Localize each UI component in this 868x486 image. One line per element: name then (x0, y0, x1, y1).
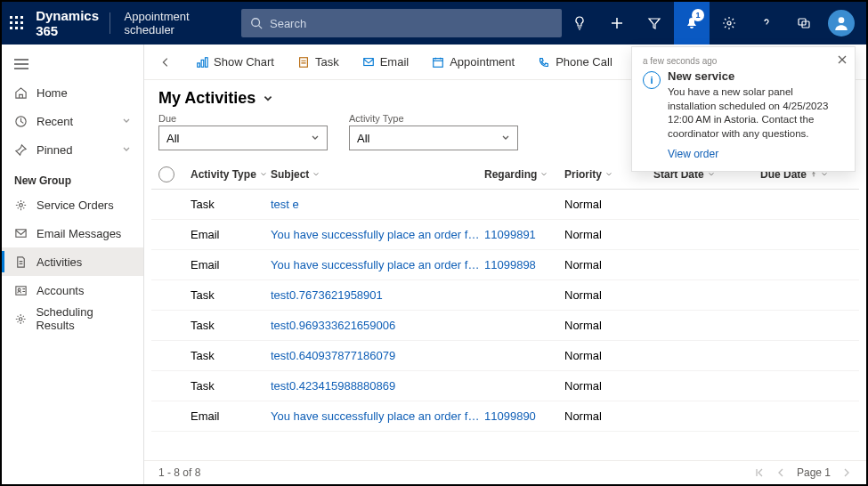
cell-activity-type: Task (191, 319, 271, 332)
account-button[interactable] (823, 2, 859, 45)
main-area: Show Chart Task Email Appointment Phone … (144, 45, 866, 484)
sidebar-item-label: Scheduling Results (36, 305, 131, 332)
cmd-email[interactable]: Email (357, 52, 415, 72)
col-regarding[interactable]: Regarding (484, 168, 564, 181)
settings-button[interactable] (711, 2, 747, 45)
cell-priority: Normal (564, 258, 653, 271)
avatar (828, 10, 855, 36)
page-label: Page 1 (797, 466, 831, 479)
help-button[interactable] (749, 2, 784, 45)
svg-rect-7 (15, 27, 18, 29)
cell-subject-link[interactable]: test0.640937877186079 (271, 349, 484, 362)
cell-regarding-link[interactable]: 11099890 (484, 409, 564, 423)
cell-subject-link[interactable]: test0.423415988880869 (271, 379, 484, 393)
cell-subject-link[interactable]: test0.7673621958901 (271, 288, 484, 302)
cell-subject-link[interactable]: You have successfully place an order for… (271, 409, 484, 423)
sidebar-pinned[interactable]: Pinned (2, 135, 143, 164)
toast-timestamp: a few seconds ago (643, 56, 844, 66)
prev-page-button[interactable] (775, 467, 786, 478)
notification-toast: a few seconds ago i New service You have… (631, 46, 856, 172)
svg-rect-0 (10, 16, 12, 19)
svg-rect-6 (10, 27, 12, 29)
gear-icon (722, 16, 736, 30)
activity-type-select[interactable]: All (349, 126, 518, 150)
chevron-down-icon (122, 117, 131, 126)
clock-icon (14, 115, 28, 128)
cell-regarding-link[interactable]: 11099891 (484, 228, 564, 241)
chart-icon (196, 56, 208, 69)
svg-point-21 (20, 203, 23, 207)
cell-activity-type: Email (191, 228, 271, 241)
sidebar-item-activities[interactable]: Activities (2, 247, 143, 276)
sidebar-label: Pinned (37, 143, 72, 157)
cell-subject-link[interactable]: You have successfully place an order for… (271, 258, 484, 271)
sidebar-item-label: Activities (37, 255, 82, 269)
gear-icon (14, 312, 27, 326)
add-button[interactable] (599, 2, 635, 45)
back-button[interactable] (153, 56, 178, 69)
grid-footer: 1 - 8 of 8 Page 1 (144, 460, 866, 484)
svg-rect-31 (434, 58, 443, 67)
search-input[interactable] (270, 17, 553, 30)
table-row[interactable]: Tasktest0.969333621659006Normal (151, 311, 859, 341)
cmd-appointment[interactable]: Appointment (426, 52, 520, 72)
cmd-show-chart[interactable]: Show Chart (191, 52, 280, 72)
app-launcher-button[interactable] (9, 9, 25, 37)
svg-rect-8 (20, 27, 23, 29)
toast-link[interactable]: View order (668, 148, 718, 160)
table-row[interactable]: Tasktest eNormal (151, 190, 859, 220)
due-select[interactable]: All (158, 126, 328, 150)
gear-icon (14, 198, 28, 212)
sidebar-recent[interactable]: Recent (2, 107, 143, 135)
chevron-down-icon (501, 134, 510, 142)
view-switcher[interactable] (263, 93, 273, 104)
table-row[interactable]: Tasktest0.640937877186079Normal (151, 341, 859, 371)
table-row[interactable]: EmailYou have successfully place an orde… (151, 220, 859, 250)
sidebar-item-accounts[interactable]: Accounts (2, 276, 143, 304)
search-icon (250, 17, 263, 29)
chevron-down-icon (311, 134, 320, 142)
lightbulb-button[interactable] (562, 2, 597, 45)
sidebar-item-service-orders[interactable]: Service Orders (2, 190, 143, 219)
svg-point-9 (252, 19, 260, 27)
global-search[interactable] (241, 9, 562, 37)
table-row[interactable]: Tasktest0.7673621958901Normal (151, 280, 859, 311)
cell-subject-link[interactable]: test e (271, 198, 484, 211)
mail-icon (14, 227, 28, 240)
sidebar-home[interactable]: Home (2, 78, 143, 107)
cell-subject-link[interactable]: test0.969333621659006 (271, 319, 484, 332)
cell-priority: Normal (564, 349, 653, 362)
filter-button[interactable] (637, 2, 672, 45)
first-page-button[interactable] (754, 467, 765, 478)
toast-title: New service (668, 69, 844, 83)
notification-badge: 1 (692, 9, 704, 21)
select-all[interactable] (158, 166, 191, 182)
mail-icon (362, 56, 375, 69)
sidebar-item-label: Email Messages (37, 227, 121, 240)
sidebar-item-email-messages[interactable]: Email Messages (2, 219, 143, 247)
col-activity-type[interactable]: Activity Type (191, 168, 271, 181)
svg-rect-23 (16, 286, 26, 294)
cell-regarding-link[interactable]: 11099898 (484, 258, 564, 271)
svg-point-24 (18, 288, 20, 291)
next-page-button[interactable] (841, 467, 852, 478)
cmd-task[interactable]: Task (292, 52, 345, 72)
sidebar-item-scheduling-results[interactable]: Scheduling Results (2, 304, 143, 333)
toast-close-button[interactable] (837, 54, 848, 65)
cell-activity-type: Task (191, 349, 271, 362)
notifications-button[interactable]: 1 (674, 2, 710, 45)
contacts-icon (14, 284, 28, 297)
table-row[interactable]: EmailYou have successfully place an orde… (151, 250, 859, 280)
svg-rect-3 (10, 21, 12, 24)
cell-subject-link[interactable]: You have successfully place an order for… (271, 228, 484, 241)
svg-rect-30 (363, 58, 373, 65)
sidebar-toggle[interactable] (2, 50, 143, 78)
svg-rect-5 (20, 21, 23, 24)
cmd-phone-call[interactable]: Phone Call (532, 52, 618, 72)
cell-activity-type: Task (191, 379, 271, 393)
assistant-button[interactable] (786, 2, 822, 45)
col-subject[interactable]: Subject (271, 168, 484, 181)
table-row[interactable]: Tasktest0.423415988880869Normal (151, 371, 859, 401)
sidebar-item-label: Service Orders (37, 198, 114, 212)
table-row[interactable]: EmailYou have successfully place an orde… (151, 401, 859, 432)
